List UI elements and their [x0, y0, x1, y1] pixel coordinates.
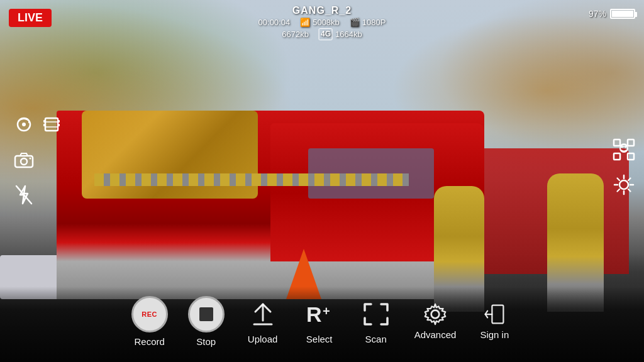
upload-button[interactable]: Upload	[235, 292, 291, 357]
gear-icon-ctrl	[424, 303, 447, 326]
record-label: Record	[134, 336, 164, 347]
select-label: Select	[306, 334, 333, 344]
live-badge[interactable]: LIVE	[9, 9, 52, 27]
signin-icon	[483, 303, 506, 326]
svg-line-27	[628, 189, 631, 192]
right-icons-panel	[613, 138, 635, 196]
signin-label: Sign in	[480, 329, 509, 340]
rec-text: REC	[142, 310, 157, 318]
svg-point-20	[621, 144, 626, 146]
camera-360-icon[interactable]	[13, 113, 35, 136]
advanced-button[interactable]: Advanced	[404, 297, 467, 353]
select-button[interactable]: R + Select	[291, 292, 348, 357]
scan-label: Scan	[365, 334, 387, 344]
stop-label: Stop	[196, 336, 216, 347]
svg-rect-2	[45, 118, 58, 131]
scan-button[interactable]: Scan	[348, 292, 404, 357]
rec-icon: REC	[131, 296, 168, 332]
upload-label: Upload	[248, 334, 278, 344]
svg-rect-15	[614, 153, 620, 160]
svg-rect-34	[492, 305, 504, 323]
advanced-label: Advanced	[414, 329, 457, 340]
svg-line-29	[618, 189, 620, 192]
svg-rect-16	[628, 153, 634, 160]
ladder	[94, 173, 409, 186]
snapshot-icon[interactable]	[13, 148, 35, 171]
svg-line-28	[628, 178, 631, 181]
left-icons-panel	[13, 113, 63, 206]
svg-text:R: R	[306, 302, 322, 326]
stop-button[interactable]: Stop	[178, 290, 235, 359]
stop-square	[199, 307, 213, 321]
film-mode-icon[interactable]	[40, 113, 63, 136]
svg-line-26	[618, 178, 620, 181]
svg-rect-4	[43, 124, 46, 126]
svg-rect-14	[628, 140, 634, 146]
svg-text:+: +	[323, 304, 330, 318]
bottom-control-bar: REC Record Stop	[0, 287, 644, 362]
upload-icon	[247, 299, 279, 330]
svg-point-10	[21, 158, 27, 165]
svg-point-1	[22, 123, 26, 126]
camera-view: LIVE GANG_R_2 00:00:04 📶 5008kb 🎬 1080P	[0, 0, 644, 362]
svg-rect-6	[57, 124, 60, 126]
svg-rect-13	[614, 140, 620, 146]
scan-icon	[360, 299, 392, 330]
signin-button[interactable]: Sign in	[466, 297, 523, 353]
svg-point-11	[30, 158, 31, 160]
brightness-icon[interactable]	[613, 173, 635, 196]
face-detect-icon[interactable]	[613, 138, 635, 161]
select-icon: R +	[304, 299, 335, 330]
flash-off-icon[interactable]	[13, 184, 35, 206]
stop-icon	[188, 296, 225, 332]
svg-point-21	[619, 180, 628, 189]
record-button[interactable]: REC Record	[121, 290, 178, 359]
camera-mode-group	[13, 113, 63, 136]
